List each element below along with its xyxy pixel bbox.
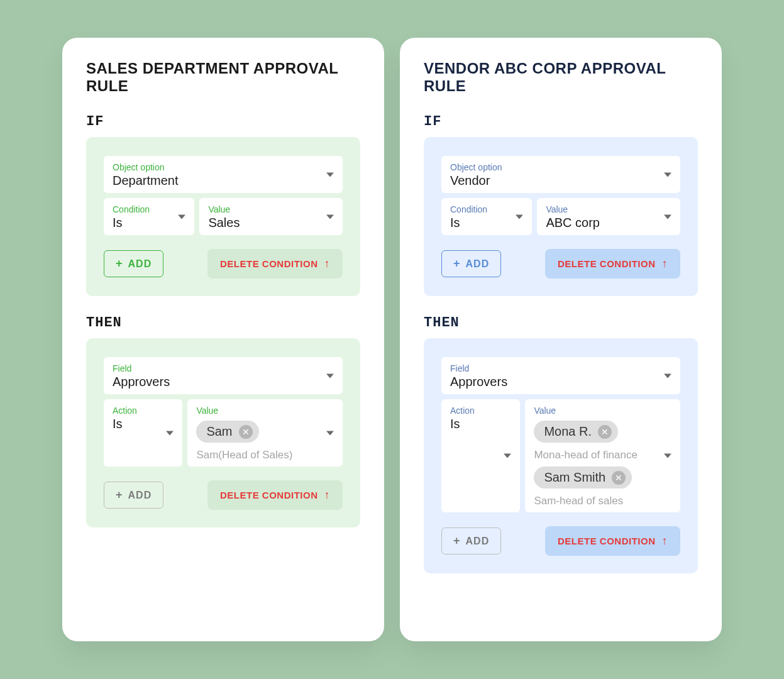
chevron-down-icon [664,454,671,458]
condition-label: Condition [450,204,523,214]
rule-title: VENDOR ABC CORP APPROVAL RULE [424,60,698,95]
rule-title: SALES DEPARTMENT APPROVAL RULE [86,60,360,95]
action-label: Action [450,406,511,416]
if-label: IF [86,114,360,130]
value-value: ABC corp [546,216,671,230]
chip-caption: Sam(Head of Sales) [196,449,334,461]
chevron-down-icon [326,373,334,378]
chevron-down-icon [516,214,523,219]
delete-action-button[interactable]: DELETE CONDITION ↑ [545,526,680,556]
chevron-down-icon [504,454,511,458]
chevron-down-icon [326,431,334,435]
value-value: Sales [208,216,334,230]
if-label: IF [424,114,698,130]
action-value: Is [113,417,174,431]
then-label: THEN [424,315,698,331]
object-option-label: Object option [450,162,671,172]
chevron-down-icon [166,431,174,435]
plus-icon: + [116,489,123,502]
field-value: Approvers [113,375,334,389]
field-value: Approvers [450,375,671,389]
add-condition-button[interactable]: + ADD [441,250,501,277]
plus-icon: + [116,257,123,270]
then-block: Field Approvers Action Is Value Mona R. … [424,338,698,573]
condition-select[interactable]: Condition Is [104,198,194,235]
close-icon[interactable]: ✕ [239,425,253,439]
add-action-button[interactable]: + ADD [104,482,163,509]
then-block: Field Approvers Action Is Value Sam ✕ Sa… [86,338,360,527]
value-label: Value [534,406,671,416]
add-label: ADD [466,258,490,270]
field-select[interactable]: Field Approvers [104,357,343,394]
delete-condition-button[interactable]: DELETE CONDITION ↑ [207,249,343,279]
chevron-down-icon [664,373,671,378]
delete-label: DELETE CONDITION [558,258,656,269]
value-label: Value [546,204,671,214]
object-option-select[interactable]: Object option Vendor [441,156,680,193]
if-block: Object option Department Condition Is Va… [86,137,360,296]
chip-text: Sam [206,424,232,439]
arrow-up-icon: ↑ [662,257,668,270]
value-select[interactable]: Value Sales [199,198,343,235]
delete-action-button[interactable]: DELETE CONDITION ↑ [207,480,343,510]
arrow-up-icon: ↑ [662,534,668,548]
delete-label: DELETE CONDITION [220,258,318,269]
then-label: THEN [86,315,360,331]
chevron-down-icon [664,214,671,219]
delete-condition-button[interactable]: DELETE CONDITION ↑ [545,249,680,279]
add-label: ADD [128,258,152,270]
rule-card-vendor: VENDOR ABC CORP APPROVAL RULE IF Object … [400,38,722,641]
add-label: ADD [128,490,152,501]
close-icon[interactable]: ✕ [598,425,612,439]
chevron-down-icon [326,172,334,177]
field-label: Field [450,363,671,373]
chevron-down-icon [326,214,334,219]
arrow-up-icon: ↑ [324,257,331,270]
close-icon[interactable]: ✕ [612,471,626,485]
object-option-value: Department [113,174,334,188]
action-value: Is [450,417,511,431]
chevron-down-icon [178,214,185,219]
field-label: Field [113,363,334,373]
value-chip-input[interactable]: Value Mona R. ✕ Mona-head of finance Sam… [525,399,680,512]
chevron-down-icon [664,172,671,177]
condition-select[interactable]: Condition Is [441,198,532,235]
add-label: ADD [466,536,490,547]
value-select[interactable]: Value ABC corp [537,198,680,235]
chip-text: Sam Smith [544,470,605,485]
object-option-label: Object option [113,162,334,172]
delete-label: DELETE CONDITION [558,536,656,546]
object-option-select[interactable]: Object option Department [104,156,343,193]
condition-value: Is [113,216,185,230]
chip-caption: Sam-head of sales [534,495,671,507]
approver-chip[interactable]: Mona R. ✕ [534,421,618,443]
action-select[interactable]: Action Is [104,399,182,466]
approver-chip[interactable]: Sam Smith ✕ [534,466,632,489]
rule-card-sales: SALES DEPARTMENT APPROVAL RULE IF Object… [62,38,384,641]
add-condition-button[interactable]: + ADD [104,250,163,277]
field-select[interactable]: Field Approvers [441,357,680,394]
if-block: Object option Vendor Condition Is Value … [424,137,698,296]
action-select[interactable]: Action Is [441,399,520,512]
value-label: Value [208,204,334,214]
add-action-button[interactable]: + ADD [441,527,501,555]
value-chip-input[interactable]: Value Sam ✕ Sam(Head of Sales) [187,399,343,466]
chip-caption: Mona-head of finance [534,449,671,461]
plus-icon: + [453,257,461,270]
condition-value: Is [450,216,523,230]
condition-label: Condition [113,204,185,214]
object-option-value: Vendor [450,174,671,188]
value-label: Value [196,406,334,416]
delete-label: DELETE CONDITION [220,490,318,500]
plus-icon: + [453,534,461,548]
approver-chip[interactable]: Sam ✕ [196,421,258,443]
arrow-up-icon: ↑ [324,489,331,502]
action-label: Action [113,406,174,416]
chip-text: Mona R. [544,424,592,439]
